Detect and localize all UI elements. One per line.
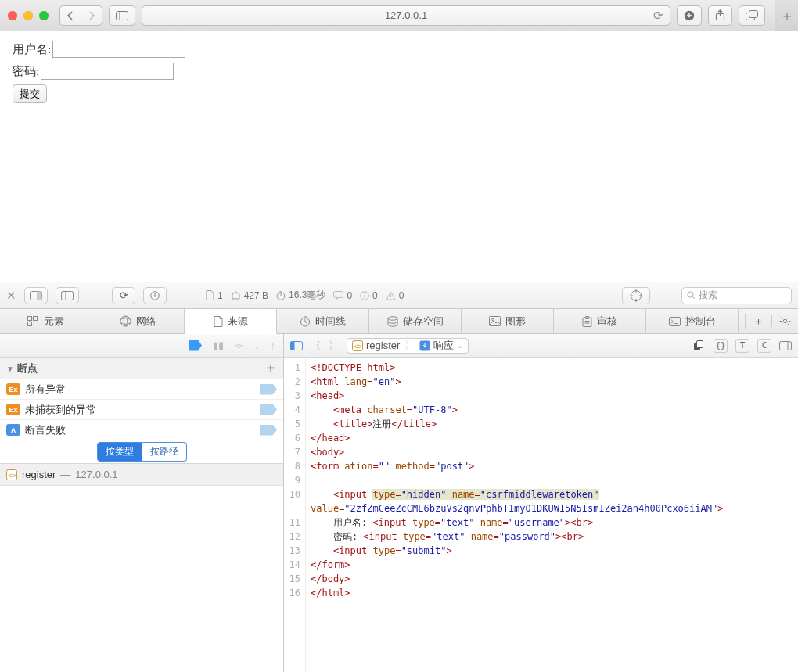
line-gutter: 12345678910111213141516 [284, 358, 306, 672]
copy-icon[interactable] [692, 339, 706, 353]
svg-line-26 [692, 296, 695, 299]
svg-line-35 [305, 322, 307, 323]
code-content: <!DOCTYPE html> <html lang="en"> <head> … [306, 358, 798, 672]
type-profiler-icon[interactable]: T [735, 339, 749, 353]
coverage-icon[interactable]: C [757, 339, 771, 353]
assertion-badge-icon: A [6, 424, 20, 436]
zoom-window-icon[interactable] [39, 11, 49, 20]
devtools-search[interactable]: 搜索 [681, 287, 792, 304]
new-tab-button[interactable]: ＋ [775, 0, 798, 31]
breakpoints-header[interactable]: ▼断点 ＋ [0, 358, 283, 379]
devtools-quickbar: ✕ ⟳ 1 427 B 16.3毫秒 0 0 [0, 282, 798, 309]
breakpoint-assertion-failures[interactable]: A 断言失败 [0, 420, 283, 440]
tab-timeline[interactable]: 时间线 [277, 309, 369, 333]
sidebar-toggle-button[interactable] [109, 5, 135, 26]
exception-badge-icon: Ex [6, 383, 20, 395]
close-devtools-icon[interactable]: ✕ [6, 289, 16, 303]
svg-rect-27 [28, 317, 32, 321]
transfer-size: 427 B [231, 290, 268, 301]
window-controls [8, 11, 49, 20]
svg-rect-44 [669, 317, 680, 325]
share-button[interactable] [708, 5, 732, 26]
password-input[interactable] [41, 63, 174, 80]
tab-sources[interactable]: 来源 [185, 309, 277, 334]
breakpoint-toggle-icon[interactable] [260, 404, 277, 415]
tab-console[interactable]: 控制台 [646, 309, 739, 333]
toggle-sidebar-icon[interactable] [290, 341, 303, 350]
debug-controls: ▮▮ ⤼ ↓ ↑ [0, 334, 283, 358]
svg-text:<>: <> [354, 342, 362, 350]
toggle-details-icon[interactable] [779, 341, 792, 350]
pretty-print-icon[interactable]: {} [714, 339, 728, 353]
pause-icon[interactable]: ▮▮ [213, 340, 224, 351]
svg-rect-7 [37, 291, 42, 300]
svg-rect-62 [697, 340, 703, 347]
close-window-icon[interactable] [8, 11, 17, 20]
minimize-window-icon[interactable] [23, 11, 33, 20]
svg-rect-63 [780, 341, 792, 350]
breakpoint-toggle-icon[interactable] [260, 425, 277, 436]
dock-bottom-button[interactable] [56, 287, 79, 304]
tab-elements[interactable]: 元素 [0, 309, 92, 333]
breakpoint-uncaught-exceptions[interactable]: Ex 未捕获到的异常 [0, 400, 283, 420]
source-viewer: 〈 〉 <> register 〉 响应 ⌄ {} T C [284, 334, 798, 672]
svg-text:<>: <> [8, 471, 16, 479]
browser-toolbar: 127.0.0.1 ⟳ ＋ [0, 0, 798, 31]
dock-side-button[interactable] [24, 287, 48, 304]
submit-button[interactable]: 提交 [13, 84, 47, 103]
source-file-item[interactable]: <> register — 127.0.0.1 [0, 464, 283, 486]
tabs-button[interactable] [739, 5, 765, 26]
back-button[interactable] [59, 5, 81, 26]
breakpoint-all-exceptions[interactable]: Ex 所有异常 [0, 379, 283, 400]
svg-rect-29 [34, 317, 38, 321]
username-input[interactable] [52, 41, 185, 58]
step-into-icon[interactable]: ↓ [254, 340, 260, 351]
nav-forward-icon[interactable]: 〉 [329, 339, 339, 353]
add-breakpoint-icon[interactable]: ＋ [264, 360, 277, 376]
html-file-icon: <> [352, 340, 363, 351]
username-label: 用户名: [13, 42, 51, 57]
breakpoint-toggle-icon[interactable] [260, 384, 277, 395]
exception-badge-icon: Ex [6, 404, 20, 415]
svg-point-25 [688, 292, 693, 297]
tab-audit[interactable]: 审核 [554, 309, 646, 333]
continue-icon[interactable] [189, 340, 202, 351]
downloads-button[interactable] [677, 5, 702, 26]
svg-rect-8 [62, 291, 74, 300]
by-type-toggle[interactable]: 按类型 [97, 442, 142, 462]
tab-graphics[interactable]: 图形 [462, 309, 554, 333]
step-over-icon[interactable]: ⤼ [235, 340, 243, 351]
messages-count: 0 [333, 290, 352, 301]
svg-rect-5 [749, 11, 758, 18]
by-path-toggle[interactable]: 按路径 [142, 442, 187, 462]
forward-button[interactable] [81, 5, 102, 26]
nav-buttons [59, 5, 102, 26]
add-tab-button[interactable]: ＋ [745, 314, 771, 329]
breadcrumb[interactable]: <> register 〉 响应 ⌄ [347, 338, 469, 354]
svg-line-52 [788, 318, 789, 319]
tab-storage[interactable]: 储存空间 [369, 309, 462, 333]
settings-icon[interactable] [771, 315, 798, 327]
breakpoint-mode-toggle: 按类型 按路径 [0, 440, 283, 464]
code-editor[interactable]: 12345678910111213141516 <!DOCTYPE html> … [284, 358, 798, 672]
address-bar[interactable]: 127.0.0.1 ⟳ [142, 5, 670, 26]
download-button[interactable] [143, 287, 167, 304]
step-out-icon[interactable]: ↑ [271, 340, 276, 351]
download-icon [419, 340, 430, 351]
svg-rect-0 [117, 11, 128, 20]
svg-rect-15 [334, 292, 343, 298]
info-count: 0 [360, 290, 378, 301]
inspect-element-button[interactable] [622, 287, 650, 304]
reload-icon[interactable]: ⟳ [653, 9, 663, 23]
svg-point-32 [120, 316, 131, 326]
reload-page-button[interactable]: ⟳ [112, 287, 135, 304]
svg-rect-38 [490, 317, 501, 326]
html-file-icon: <> [6, 469, 17, 480]
tab-network[interactable]: 网络 [92, 309, 185, 333]
svg-point-37 [388, 316, 397, 319]
svg-point-45 [783, 319, 787, 323]
nav-back-icon[interactable]: 〈 [311, 339, 321, 353]
sources-sidebar: ▮▮ ⤼ ↓ ↑ ▼断点 ＋ Ex 所有异常 Ex 未捕获到的异常 [0, 334, 284, 672]
doc-count: 1 [206, 290, 223, 301]
svg-line-50 [782, 318, 783, 319]
